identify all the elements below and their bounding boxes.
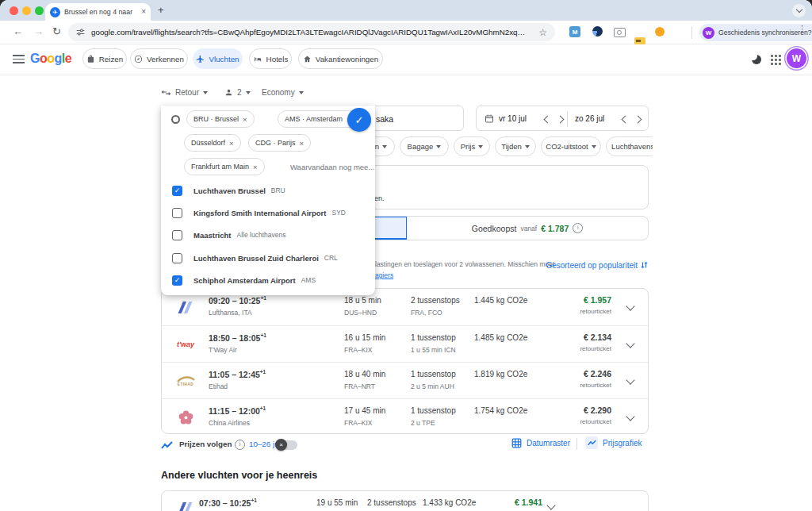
airport-option[interactable]: Luchthaven Brussel Zuid Charleroi CRL <box>161 249 375 267</box>
origin-chip-dusseldorf[interactable]: Düsseldorf× <box>184 134 241 152</box>
window-zoom-button[interactable] <box>35 6 44 15</box>
date-field[interactable]: vr 10 jul zo 26 jul <box>476 106 649 131</box>
info-icon[interactable]: i <box>573 223 583 233</box>
flight-route: FRA–KIX <box>344 419 372 427</box>
airport-option[interactable]: ✓ Luchthaven Brussel BRU <box>161 182 375 199</box>
nav-tab-reizen[interactable]: Reizen <box>82 48 127 69</box>
sort-button[interactable]: Gesorteerd op populariteit <box>523 260 649 270</box>
browser-menu-icon[interactable]: ⋮ <box>798 27 806 30</box>
origin-chip-bru[interactable]: BRU · Brussel× <box>186 110 255 128</box>
disclaimer-link[interactable]: agiers <box>375 271 393 279</box>
price-graph-icon <box>585 436 598 449</box>
main-menu-button[interactable] <box>13 55 25 63</box>
nav-tab-verkennen[interactable]: Verkennen <box>130 48 188 69</box>
info-icon[interactable]: i <box>235 440 245 450</box>
flight-row[interactable]: ETIHAD 11:05 – 12:45+1 Etihad 18 u 40 mi… <box>162 362 648 399</box>
flight-row[interactable]: 11:15 – 12:00+1 China Airlines 17 u 45 m… <box>162 398 648 436</box>
expand-chevron-icon[interactable] <box>546 501 555 509</box>
passenger-selector[interactable]: 2 <box>224 88 251 97</box>
tab-goedkoopst[interactable]: Goedkoopst vanaf € 1.787 i <box>407 217 648 240</box>
origin-chip-frankfurt[interactable]: Frankfurt am Main× <box>184 158 265 175</box>
prijsgrafiek-button[interactable]: Prijsgrafiek <box>585 436 642 449</box>
address-bar[interactable]: google.com/travel/flights/search?tfs=CBw… <box>68 23 555 41</box>
return-prev-icon[interactable] <box>622 116 630 124</box>
expand-chevron-icon[interactable] <box>626 412 634 421</box>
nav-tab-label: Reizen <box>99 55 124 63</box>
price-tracking-toggle[interactable]: × <box>277 440 297 450</box>
extension-circle-icon[interactable] <box>592 26 603 36</box>
tab-close-icon[interactable]: × <box>141 8 146 16</box>
checkbox-checked-icon[interactable]: ✓ <box>172 186 182 196</box>
filter-chip-tijden[interactable]: Tijden <box>495 136 536 156</box>
sync-history-button[interactable]: W Geschiedenis synchroniseren? <box>699 24 812 41</box>
cabin-class-selector[interactable]: Economy <box>262 88 304 97</box>
nav-tab-vakantiewoningen[interactable]: Vakantiewoningen <box>298 48 383 69</box>
trip-type-label: Retour <box>175 88 199 97</box>
chevron-down-icon <box>299 91 304 94</box>
remove-icon[interactable]: × <box>229 139 234 148</box>
google-logo[interactable]: Google <box>30 52 71 66</box>
checkbox-unchecked-icon[interactable] <box>172 230 182 240</box>
nav-tab-label: Vluchten <box>209 55 239 63</box>
remove-icon[interactable]: × <box>300 139 304 148</box>
nav-tab-label: Hotels <box>266 55 289 63</box>
flight-duration: 19 u 55 min <box>316 498 358 507</box>
checkbox-unchecked-icon[interactable] <box>172 253 182 263</box>
window-close-button[interactable] <box>10 6 18 15</box>
flight-co2: 1.819 kg CO2e <box>474 370 527 378</box>
origin-input-placeholder[interactable]: Waarvandaan nog mee... <box>290 163 374 171</box>
remove-icon[interactable]: × <box>243 115 247 124</box>
confirm-origin-button[interactable]: ✓ <box>347 108 371 132</box>
depart-next-icon[interactable] <box>557 116 565 124</box>
cabin-class-label: Economy <box>262 88 295 97</box>
return-next-icon[interactable] <box>634 116 642 124</box>
checkbox-checked-icon[interactable]: ✓ <box>172 275 182 286</box>
dark-mode-icon[interactable] <box>752 55 761 64</box>
forward-button[interactable]: → <box>33 26 44 36</box>
depart-prev-icon[interactable] <box>544 116 552 124</box>
nav-tab-vluchten[interactable]: Vluchten <box>193 48 243 69</box>
airport-option[interactable]: Kingsford Smith International Airport SY… <box>161 204 375 221</box>
filter-chip-bagage[interactable]: Bagage <box>400 136 449 156</box>
back-button[interactable]: ← <box>13 26 23 36</box>
flight-duration: 18 u 5 min <box>344 296 381 305</box>
browser-tab[interactable]: ✈ Brussel en nog 4 naar Tokio × <box>45 3 151 21</box>
chevron-down-icon <box>382 145 387 148</box>
origin-chip-cdg[interactable]: CDG · Parijs× <box>248 134 311 152</box>
browser-tab-strip: ✈ Brussel en nog 4 naar Tokio × + <box>0 0 812 21</box>
filter-chip-co2[interactable]: CO2-uitstoot <box>541 136 601 156</box>
flight-duration: 17 u 45 min <box>344 406 385 415</box>
flight-price: € 2.134 <box>584 332 611 342</box>
tune-icon <box>76 28 85 36</box>
origin-chip-ams[interactable]: AMS · Amsterdam× <box>278 110 358 128</box>
swap-horiz-icon <box>161 89 171 97</box>
remove-icon[interactable]: × <box>253 163 258 171</box>
expand-chevron-icon[interactable] <box>626 339 634 348</box>
tab-search-button[interactable] <box>792 4 806 17</box>
trip-type-selector[interactable]: Retour <box>161 88 208 97</box>
window-minimize-button[interactable] <box>22 6 31 15</box>
return-date: zo 26 jul <box>575 114 604 123</box>
flight-row[interactable]: t'way 18:50 – 18:05+1 T'Way Air 16 u 15 … <box>162 325 648 363</box>
date-divider <box>567 111 568 127</box>
bookmark-star-icon[interactable]: ☆ <box>538 27 547 38</box>
extension-m-icon[interactable]: M <box>569 26 580 37</box>
google-apps-icon[interactable] <box>771 55 781 65</box>
other-flight-row[interactable]: 07:30 – 10:25+1 Lufthansa, ITA 19 u 55 m… <box>161 490 649 511</box>
filter-chip-luchthavens[interactable]: Luchthavens n <box>606 136 653 156</box>
house-icon <box>303 55 312 63</box>
expand-chevron-icon[interactable] <box>626 375 634 384</box>
filter-chip-prijs[interactable]: Prijs <box>454 136 490 156</box>
account-avatar[interactable]: W <box>787 48 806 68</box>
reload-button[interactable]: ↻ <box>52 26 61 36</box>
datumraster-button[interactable]: Datumraster <box>511 438 570 448</box>
extension-orange-icon[interactable] <box>655 27 665 36</box>
tab-title: Brussel en nog 4 naar Tokio <box>64 8 132 16</box>
new-tab-button[interactable]: + <box>158 4 164 16</box>
expand-chevron-icon[interactable] <box>626 302 634 310</box>
nav-tab-hotels[interactable]: Hotels <box>249 48 292 69</box>
airport-option[interactable]: ✓ Schiphol Amsterdam Airport AMS <box>161 271 375 289</box>
extension-camera-icon[interactable] <box>614 28 626 37</box>
checkbox-unchecked-icon[interactable] <box>172 208 182 218</box>
airport-option[interactable]: Maastricht Alle luchthavens <box>161 226 375 244</box>
